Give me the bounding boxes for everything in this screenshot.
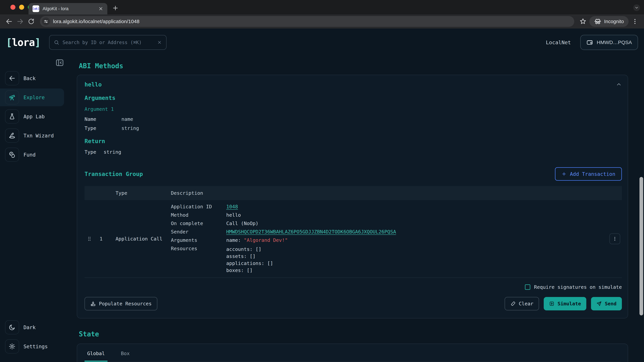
- search-icon: [54, 40, 59, 45]
- browser-menu-icon[interactable]: [630, 17, 640, 26]
- drag-handle-icon[interactable]: [86, 236, 92, 242]
- collapse-sidebar-button[interactable]: [55, 58, 64, 67]
- resource-item: accounts: []: [226, 246, 605, 253]
- browser-tab[interactable]: [ak] AlgoKit - lora: [28, 3, 107, 14]
- return-title: Return: [84, 138, 622, 144]
- app-header: [lora] LocalNet HMWD…PQSA: [0, 28, 644, 56]
- add-transaction-label: Add Transaction: [570, 171, 615, 177]
- new-tab-button[interactable]: [112, 5, 119, 11]
- play-square-icon: [549, 301, 554, 306]
- detail-label: Method: [171, 212, 226, 218]
- telescope-icon: [5, 90, 19, 104]
- simulate-label: Simulate: [558, 301, 581, 307]
- clear-button[interactable]: Clear: [505, 297, 539, 310]
- simulate-button[interactable]: Simulate: [544, 297, 586, 310]
- column-header-description: Description: [171, 190, 605, 196]
- argument-1-label: Argument 1: [84, 106, 622, 112]
- incognito-label: Incognito: [604, 19, 624, 24]
- wallet-address-label: HMWD…PQSA: [597, 39, 632, 45]
- reload-button[interactable]: [26, 17, 36, 26]
- browser-tab-bar: [ak] AlgoKit - lora: [0, 0, 644, 14]
- method-name[interactable]: hello: [84, 81, 102, 88]
- require-signatures-label: Require signatures on simulate: [534, 284, 622, 290]
- address-bar[interactable]: lora.algokit.io/localnet/application/104…: [40, 16, 574, 27]
- sidebar-item-label: Back: [24, 75, 36, 81]
- eraser-icon: [510, 301, 516, 306]
- table-header-row: Type Description: [84, 186, 622, 200]
- search-input[interactable]: [62, 40, 154, 45]
- back-arrow-icon: [5, 71, 19, 85]
- back-button[interactable]: [4, 17, 14, 26]
- chevron-up-icon[interactable]: [616, 81, 622, 87]
- sidebar-item-explore[interactable]: Explore: [0, 88, 64, 106]
- sidebar-item-settings[interactable]: Settings: [0, 338, 67, 355]
- table-row[interactable]: 1 Application Call Application ID 1048 M…: [84, 200, 622, 278]
- resource-item: assets: []: [226, 253, 605, 260]
- column-header-type: Type: [116, 190, 171, 196]
- close-window-button[interactable]: [10, 5, 16, 10]
- import-icon: [90, 301, 96, 307]
- send-label: Send: [605, 301, 616, 307]
- clear-search-icon[interactable]: [157, 40, 162, 45]
- tab-search-button[interactable]: [633, 4, 640, 11]
- tab-favicon: [ak]: [32, 5, 39, 12]
- require-signatures-checkbox[interactable]: [525, 284, 530, 290]
- tab-box[interactable]: Box: [118, 351, 132, 361]
- abi-method-card: hello Arguments Argument 1 Name name Typ…: [77, 75, 628, 319]
- tab-global[interactable]: Global: [84, 351, 108, 362]
- arguments-title: Arguments: [84, 94, 622, 101]
- detail-label: Application ID: [171, 204, 226, 210]
- forward-button[interactable]: [16, 17, 25, 26]
- populate-resources-button[interactable]: Populate Resources: [84, 297, 157, 310]
- sidebar-item-app-lab[interactable]: App Lab: [0, 108, 67, 125]
- incognito-badge: Incognito: [589, 16, 628, 27]
- logo-text: lora: [12, 36, 35, 48]
- sidebar-item-txn-wizard[interactable]: Txn Wizard: [0, 127, 67, 144]
- sidebar-item-back[interactable]: Back: [0, 69, 67, 87]
- flask-icon: [5, 109, 19, 123]
- sidebar-item-label: Txn Wizard: [24, 133, 54, 139]
- return-type-value: string: [104, 149, 121, 155]
- url-text[interactable]: lora.algokit.io/localnet/application/104…: [53, 18, 139, 24]
- site-settings-icon[interactable]: [42, 17, 50, 25]
- sidebar-item-dark-mode[interactable]: Dark: [0, 319, 67, 336]
- minimize-window-button[interactable]: [19, 5, 24, 10]
- wallet-button[interactable]: HMWD…PQSA: [580, 35, 638, 50]
- page-scrollbar[interactable]: [640, 177, 643, 316]
- return-type-label: Type: [84, 149, 96, 155]
- state-card: Global Box: [77, 344, 628, 362]
- row-index: 1: [100, 236, 116, 242]
- bookmark-star-icon[interactable]: [578, 17, 588, 26]
- wizard-hat-icon: [5, 129, 19, 143]
- sender-address-link[interactable]: HMWDSHQCOPD2T36WBAHLAZ6PO5GDJJZBN4D2TODK…: [226, 229, 396, 235]
- sidebar-item-label: Settings: [24, 344, 48, 350]
- abi-methods-title: ABI Methods: [79, 62, 628, 70]
- detail-label: Sender: [171, 229, 226, 235]
- add-transaction-button[interactable]: Add Transaction: [555, 167, 622, 181]
- sidebar-item-fund[interactable]: Fund: [0, 146, 67, 164]
- application-id-link[interactable]: 1048: [226, 204, 238, 210]
- populate-resources-label: Populate Resources: [99, 301, 152, 307]
- sidebar-item-label: Explore: [24, 94, 44, 100]
- lora-logo[interactable]: [lora]: [6, 36, 40, 48]
- transaction-group-title: Transaction Group: [84, 171, 143, 177]
- plus-icon: [562, 171, 566, 176]
- method-value: hello: [226, 212, 605, 218]
- arg-name-label: Name: [84, 116, 122, 122]
- sidebar-item-label: App Lab: [24, 114, 44, 119]
- row-menu-button[interactable]: [610, 233, 620, 244]
- search-box[interactable]: [49, 35, 166, 50]
- state-title: State: [79, 330, 628, 338]
- argument-string-value: "Algorand Dev!": [244, 237, 288, 243]
- coins-icon: [5, 148, 19, 162]
- network-label[interactable]: LocalNet: [546, 39, 571, 45]
- argument-value-row: name: "Algorand Dev!": [226, 237, 605, 243]
- detail-label: On complete: [171, 221, 226, 226]
- send-button[interactable]: Send: [591, 297, 622, 310]
- moon-icon: [5, 320, 19, 334]
- ellipsis-vertical-icon: [612, 236, 618, 242]
- logo-bracket-left: [: [6, 36, 12, 48]
- gear-icon: [5, 339, 19, 354]
- tab-close-icon[interactable]: [98, 6, 103, 11]
- detail-label: Resources: [171, 246, 226, 251]
